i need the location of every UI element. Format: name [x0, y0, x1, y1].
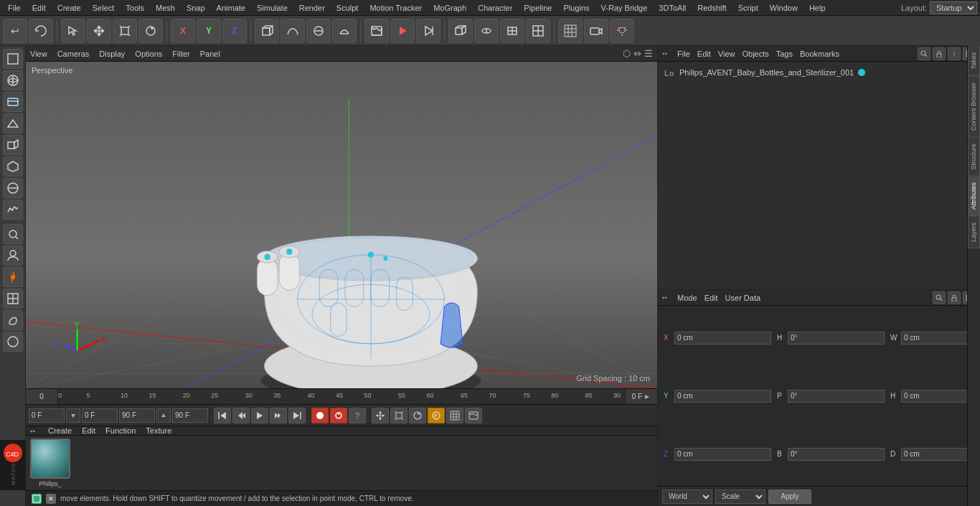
menu-render[interactable]: Render	[294, 2, 330, 14]
cube-button[interactable]	[255, 19, 279, 43]
grid-toggle-btn[interactable]	[558, 19, 583, 43]
tab-content-browser[interactable]: Content Browser	[968, 76, 980, 137]
menu-redshift[interactable]: Redshift	[692, 2, 731, 14]
attr-h-input[interactable]	[788, 332, 885, 345]
sidebar-btn-5[interactable]	[3, 135, 23, 155]
go-end-btn[interactable]	[288, 408, 306, 423]
camera-btn[interactable]	[584, 19, 608, 43]
mat-menu-create[interactable]: Create	[48, 426, 72, 435]
menu-animate[interactable]: Animate	[212, 2, 250, 14]
tab-takes[interactable]: Takes	[968, 46, 980, 76]
menu-motion-tracker[interactable]: Motion Tracker	[364, 2, 427, 14]
vp-menu-panel[interactable]: Panel	[200, 50, 220, 58]
menu-edit[interactable]: Edit	[27, 2, 51, 14]
rotate-tool-button[interactable]	[138, 19, 163, 43]
material-item[interactable]: Philips_	[30, 439, 70, 487]
transport-frame-spin-down[interactable]	[66, 408, 80, 423]
mat-menu-function[interactable]: Function	[105, 426, 136, 435]
menu-3dtoall[interactable]: 3DToAll	[654, 2, 691, 14]
render-queue-button[interactable]	[416, 19, 440, 43]
render-view-button[interactable]	[364, 19, 389, 43]
apply-button[interactable]: Apply	[768, 489, 811, 504]
viewport-3d[interactable]: X Y Z Perspective Grid Spacing : 10 cm	[26, 62, 657, 388]
sidebar-btn-2[interactable]	[3, 70, 23, 90]
attr-y-pos-input[interactable]	[674, 390, 771, 403]
move-tool-button[interactable]	[87, 19, 111, 43]
objmgr-info-icon[interactable]: i	[948, 47, 961, 60]
spline-button[interactable]	[281, 19, 305, 43]
status-icon-close[interactable]: ✕	[46, 494, 56, 504]
vp-menu-options[interactable]: Options	[135, 50, 162, 58]
sidebar-btn-7[interactable]	[3, 178, 23, 198]
objmgr-lock-icon[interactable]	[933, 47, 946, 60]
redo-button[interactable]	[29, 19, 53, 43]
vp-menu-display[interactable]: Display	[99, 50, 125, 58]
attr-userdata[interactable]: User Data	[725, 294, 761, 302]
sidebar-btn-10[interactable]	[3, 245, 23, 266]
vp-icon-settings[interactable]: ⇔	[633, 48, 641, 59]
axis-x-button[interactable]: X	[171, 19, 195, 43]
tab-structure[interactable]: Structure	[968, 137, 980, 177]
attr-z-pos-input[interactable]	[674, 448, 771, 461]
sidebar-btn-12[interactable]	[3, 289, 23, 309]
render-active-button[interactable]	[390, 19, 415, 43]
move-obj-btn[interactable]	[372, 408, 389, 423]
sidebar-btn-1[interactable]	[3, 49, 23, 69]
grid-btn[interactable]	[446, 408, 463, 423]
render-icon-btn[interactable]	[465, 408, 482, 423]
attr-mode[interactable]: Mode	[677, 294, 697, 302]
objmgr-edit[interactable]: Edit	[697, 50, 711, 58]
vp-menu-cameras[interactable]: Cameras	[57, 50, 90, 58]
select-tool-button[interactable]	[61, 19, 85, 43]
menu-select[interactable]: Select	[88, 2, 120, 14]
menu-mesh[interactable]: Mesh	[151, 2, 180, 14]
material-thumb[interactable]	[30, 439, 70, 479]
objmgr-file[interactable]: File	[677, 50, 690, 58]
sidebar-btn-9[interactable]	[3, 224, 23, 244]
vp-icon-menu[interactable]: ☰	[644, 48, 653, 59]
deformer-button[interactable]	[332, 19, 357, 43]
menu-simulate[interactable]: Simulate	[252, 2, 293, 14]
prev-frame-btn[interactable]	[232, 408, 250, 423]
sidebar-btn-3[interactable]	[3, 92, 23, 112]
attr-lock-icon[interactable]	[948, 291, 961, 304]
4-view-btn[interactable]	[526, 19, 550, 43]
attr-b-input[interactable]	[788, 448, 885, 461]
help-btn[interactable]: ?	[349, 408, 366, 423]
mat-menu-edit[interactable]: Edit	[82, 426, 95, 435]
axis-z-button[interactable]: Z	[222, 19, 247, 43]
menu-file[interactable]: File	[3, 2, 26, 14]
attr-search-icon[interactable]	[933, 291, 946, 304]
autokey-btn[interactable]	[330, 408, 347, 423]
tab-attributes[interactable]: Attributes	[968, 176, 980, 216]
top-view-btn[interactable]	[474, 19, 499, 43]
menu-vray[interactable]: V-Ray Bridge	[596, 2, 653, 14]
sidebar-btn-4[interactable]	[3, 113, 23, 133]
vp-menu-view[interactable]: View	[30, 50, 47, 58]
menu-mograph[interactable]: MoGraph	[428, 2, 471, 14]
object-row-0[interactable]: Lo Philips_AVENT_Baby_Bottles_and_Steril…	[661, 65, 977, 80]
mode-toggle-btn[interactable]: P	[428, 408, 445, 423]
axis-y-button[interactable]: Y	[197, 19, 221, 43]
menu-help[interactable]: Help	[804, 2, 831, 14]
tab-layers[interactable]: Layers	[968, 216, 980, 248]
objmgr-tags[interactable]: Tags	[776, 50, 793, 58]
menu-snap[interactable]: Snap	[182, 2, 210, 14]
go-start-btn[interactable]	[214, 408, 231, 423]
menu-script[interactable]: Script	[733, 2, 763, 14]
transport-field-3[interactable]: 90 F	[119, 408, 155, 423]
menu-character[interactable]: Character	[473, 2, 517, 14]
nurbs-button[interactable]	[306, 19, 331, 43]
objmgr-objects[interactable]: Objects	[742, 50, 768, 58]
objmgr-bookmarks[interactable]: Bookmarks	[800, 50, 839, 58]
menu-create[interactable]: Create	[52, 2, 86, 14]
transport-frame-spin-up[interactable]	[156, 408, 171, 423]
next-frame-btn[interactable]	[270, 408, 287, 423]
record-btn[interactable]	[311, 408, 329, 423]
play-btn[interactable]	[251, 408, 268, 423]
menu-sculpt[interactable]: Sculpt	[331, 2, 364, 14]
sidebar-btn-6[interactable]	[3, 156, 23, 177]
rotate-obj-btn[interactable]	[409, 408, 426, 423]
menu-window[interactable]: Window	[765, 2, 803, 14]
undo-button[interactable]: ↩	[3, 19, 27, 43]
